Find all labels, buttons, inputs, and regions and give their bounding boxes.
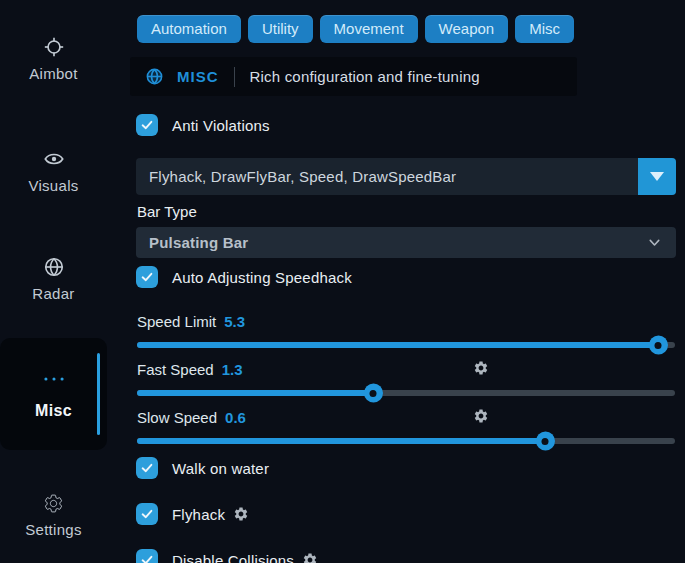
disable-collisions-gear-icon[interactable] bbox=[302, 552, 318, 563]
sidebar-item-aimbot[interactable]: Aimbot bbox=[0, 36, 107, 82]
auto-adjusting-label: Auto Adjusting Speedhack bbox=[172, 269, 352, 286]
tab-automation[interactable]: Automation bbox=[137, 15, 241, 43]
selected-indicator bbox=[97, 353, 100, 435]
speed-limit-value: 5.3 bbox=[224, 313, 245, 330]
slow-speed-slider-group: Slow Speed 0.6 bbox=[137, 409, 675, 444]
flyhack-checkbox[interactable] bbox=[136, 503, 158, 525]
check-icon bbox=[140, 507, 154, 521]
bar-type-label: Bar Type bbox=[137, 203, 685, 220]
slow-speed-slider[interactable] bbox=[137, 438, 675, 444]
speed-limit-slider-handle[interactable] bbox=[649, 336, 668, 355]
tab-utility[interactable]: Utility bbox=[248, 15, 313, 43]
toggle-list: Walk on water Flyhack Disable Collisions bbox=[130, 457, 685, 563]
flyhack-gear-icon[interactable] bbox=[233, 506, 249, 522]
gear-icon bbox=[43, 492, 65, 514]
bar-options-value: Flyhack, DrawFlyBar, Speed, DrawSpeedBar bbox=[136, 158, 638, 195]
auto-adjusting-row: Auto Adjusting Speedhack bbox=[136, 266, 685, 288]
check-icon bbox=[140, 270, 154, 284]
slider-fill bbox=[137, 390, 374, 396]
sidebar-item-label: Radar bbox=[32, 285, 74, 302]
auto-adjusting-checkbox[interactable] bbox=[136, 266, 158, 288]
fast-speed-value: 1.3 bbox=[222, 361, 243, 378]
sidebar-item-visuals[interactable]: Visuals bbox=[0, 148, 107, 194]
sidebar-item-label: Settings bbox=[25, 521, 82, 538]
main-content: Automation Utility Movement Weapon Misc … bbox=[130, 0, 685, 563]
slider-head: Speed Limit 5.3 bbox=[137, 313, 675, 329]
sidebar-item-radar[interactable]: Radar bbox=[0, 256, 107, 302]
flyhack-label-text: Flyhack bbox=[172, 506, 225, 523]
chevron-down-icon bbox=[646, 234, 663, 251]
sidebar: Aimbot Visuals Radar Mi bbox=[0, 0, 130, 563]
disable-collisions-label-text: Disable Collisions bbox=[172, 552, 294, 563]
sidebar-item-label: Aimbot bbox=[29, 65, 78, 82]
slow-speed-slider-handle[interactable] bbox=[536, 432, 555, 451]
bar-options-multiselect[interactable]: Flyhack, DrawFlyBar, Speed, DrawSpeedBar bbox=[136, 158, 676, 195]
anti-violations-label: Anti Violations bbox=[172, 117, 270, 134]
speed-limit-slider-group: Speed Limit 5.3 bbox=[137, 313, 675, 348]
crosshair-icon bbox=[43, 36, 65, 58]
speed-limit-label: Speed Limit bbox=[137, 313, 216, 330]
disable-collisions-row: Disable Collisions bbox=[136, 549, 685, 563]
check-icon bbox=[140, 461, 154, 475]
check-icon bbox=[140, 553, 154, 563]
speed-limit-slider[interactable] bbox=[137, 342, 675, 348]
eye-icon bbox=[43, 148, 65, 170]
section-subtitle: Rich configuration and fine-tuning bbox=[250, 68, 480, 85]
sidebar-item-misc[interactable]: Misc bbox=[0, 338, 107, 450]
sidebar-item-label: Visuals bbox=[28, 177, 78, 194]
anti-violations-row: Anti Violations bbox=[136, 114, 685, 136]
walk-on-water-checkbox[interactable] bbox=[136, 457, 158, 479]
flyhack-row: Flyhack bbox=[136, 503, 685, 525]
category-tabs: Automation Utility Movement Weapon Misc bbox=[137, 15, 685, 43]
anti-violations-checkbox[interactable] bbox=[136, 114, 158, 136]
slider-fill bbox=[137, 342, 659, 348]
sidebar-item-settings[interactable]: Settings bbox=[0, 492, 107, 538]
slow-speed-label: Slow Speed bbox=[137, 409, 217, 426]
slider-head: Slow Speed 0.6 bbox=[137, 409, 675, 425]
fast-speed-gear-icon[interactable] bbox=[473, 360, 489, 376]
slider-fill bbox=[137, 438, 546, 444]
disable-collisions-label: Disable Collisions bbox=[172, 552, 318, 563]
fast-speed-slider-group: Fast Speed 1.3 bbox=[137, 361, 675, 396]
sidebar-item-label: Misc bbox=[35, 402, 72, 420]
fast-speed-label: Fast Speed bbox=[137, 361, 214, 378]
multiselect-dropdown-button[interactable] bbox=[638, 158, 676, 195]
fast-speed-slider-handle[interactable] bbox=[364, 384, 383, 403]
globe-icon bbox=[43, 256, 65, 278]
walk-on-water-label: Walk on water bbox=[172, 460, 269, 477]
divider bbox=[234, 67, 235, 87]
check-icon bbox=[140, 118, 154, 132]
tab-movement[interactable]: Movement bbox=[320, 15, 418, 43]
triangle-down-icon bbox=[650, 172, 664, 181]
slow-speed-value: 0.6 bbox=[225, 409, 246, 426]
flyhack-label: Flyhack bbox=[172, 506, 249, 523]
tab-misc[interactable]: Misc bbox=[515, 15, 574, 43]
ellipsis-icon bbox=[43, 368, 65, 390]
section-title: MISC bbox=[177, 68, 219, 85]
globe-icon bbox=[145, 67, 164, 86]
tab-weapon[interactable]: Weapon bbox=[425, 15, 509, 43]
walk-on-water-row: Walk on water bbox=[136, 457, 685, 479]
bar-type-select[interactable]: Pulsating Bar bbox=[136, 227, 676, 258]
bar-type-value: Pulsating Bar bbox=[149, 234, 248, 251]
slow-speed-gear-icon[interactable] bbox=[473, 408, 489, 424]
fast-speed-slider[interactable] bbox=[137, 390, 675, 396]
section-header: MISC Rich configuration and fine-tuning bbox=[130, 57, 577, 96]
disable-collisions-checkbox[interactable] bbox=[136, 549, 158, 563]
slider-head: Fast Speed 1.3 bbox=[137, 361, 675, 377]
